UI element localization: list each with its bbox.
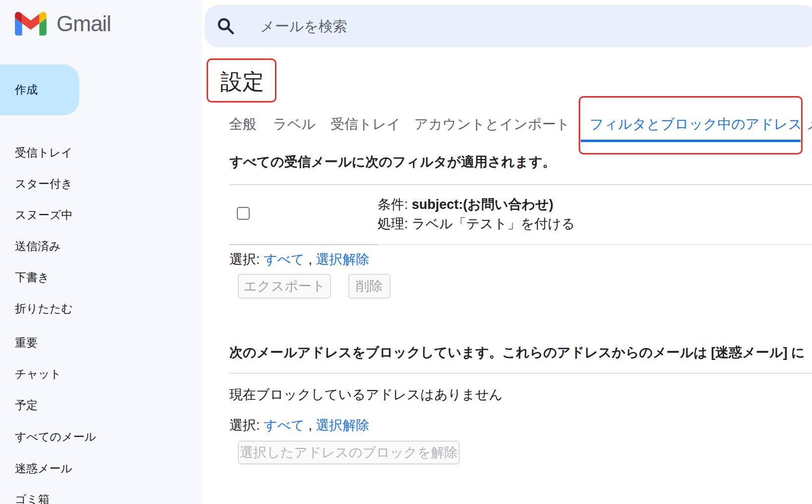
sidebar-item-scheduled[interactable]: 予定 [15, 399, 38, 411]
select-all-link[interactable]: すべて [264, 252, 305, 267]
delete-button[interactable]: 削除 [348, 274, 390, 299]
tab-forwarding-clipped[interactable]: メ [807, 117, 812, 132]
filter-checkbox[interactable] [237, 207, 250, 220]
gmail-settings-page: { "sidebar": { "logo_text": "Gmail", "co… [0, 0, 812, 504]
sidebar-item-sent[interactable]: 送信済み [15, 240, 61, 252]
gmail-m-icon [15, 12, 47, 36]
tab-inbox[interactable]: 受信トレイ [330, 117, 401, 132]
sidebar: Gmail 作成 受信トレイ スター付き スヌーズ中 送信済み 下書き 折りたた… [0, 0, 202, 504]
filter-condition-label: 条件: [378, 197, 412, 212]
gmail-logo[interactable]: Gmail [15, 12, 111, 36]
select-all-link[interactable]: すべて [264, 418, 305, 433]
select-label: 選択: [229, 252, 264, 267]
divider [378, 244, 812, 245]
blocked-section-heading: 次のメールアドレスをブロックしています。これらのアドレスからのメールは [迷惑メ… [229, 346, 805, 360]
tab-filters-blocked-addresses[interactable]: フィルタとブロック中のアドレス [590, 117, 802, 132]
filter-action: 処理: ラベル「テスト」を付ける [378, 214, 575, 234]
sidebar-item-trash[interactable]: ゴミ箱 [15, 493, 50, 504]
sidebar-item-snoozed[interactable]: スヌーズ中 [15, 209, 73, 221]
divider [229, 184, 812, 185]
tab-accounts-import[interactable]: アカウントとインポート [414, 117, 570, 132]
unblock-button[interactable]: 選択したアドレスのブロックを解除 [238, 441, 460, 464]
tab-labels[interactable]: ラベル [273, 117, 316, 132]
filter-row: 条件: subject:(お問い合わせ) 処理: ラベル「テスト」を付ける [378, 195, 575, 234]
tab-general[interactable]: 全般 [229, 117, 257, 132]
sidebar-item-chat[interactable]: チャット [15, 368, 61, 380]
sidebar-item-spam[interactable]: 迷惑メール [15, 462, 72, 474]
divider [229, 244, 378, 245]
comma: , [308, 418, 316, 433]
no-blocked-text: 現在ブロックしているアドレスはありません [229, 388, 502, 402]
search-icon [217, 17, 235, 36]
filters-section-heading: すべての受信メールに次のフィルタが適用されます。 [229, 155, 556, 169]
sidebar-item-collapse[interactable]: 折りたたむ [15, 302, 73, 314]
compose-button[interactable]: 作成 [0, 64, 79, 115]
select-label: 選択: [229, 418, 264, 433]
sidebar-item-important[interactable]: 重要 [15, 337, 38, 349]
search-placeholder: メールを検索 [260, 5, 347, 48]
divider [229, 373, 812, 374]
export-button[interactable]: エクスポート [238, 274, 331, 299]
filter-condition-value: subject:(お問い合わせ) [412, 197, 553, 212]
compose-label: 作成 [15, 83, 38, 96]
blocked-select-row: 選択: すべて , 選択解除 [229, 418, 369, 432]
deselect-link[interactable]: 選択解除 [316, 418, 369, 433]
gmail-wordmark: Gmail [56, 12, 111, 36]
active-tab-indicator [581, 140, 801, 142]
sidebar-item-drafts[interactable]: 下書き [15, 271, 50, 283]
deselect-link[interactable]: 選択解除 [316, 252, 369, 267]
sidebar-item-all-mail[interactable]: すべてのメール [15, 431, 96, 443]
sidebar-item-inbox[interactable]: 受信トレイ [15, 147, 73, 158]
sidebar-item-starred[interactable]: スター付き [15, 178, 73, 190]
comma: , [308, 252, 316, 267]
filters-select-row: 選択: すべて , 選択解除 [229, 252, 369, 266]
search-input[interactable]: メールを検索 [205, 5, 812, 48]
page-title: 設定 [220, 69, 264, 94]
filter-condition: 条件: subject:(お問い合わせ) [378, 195, 575, 214]
